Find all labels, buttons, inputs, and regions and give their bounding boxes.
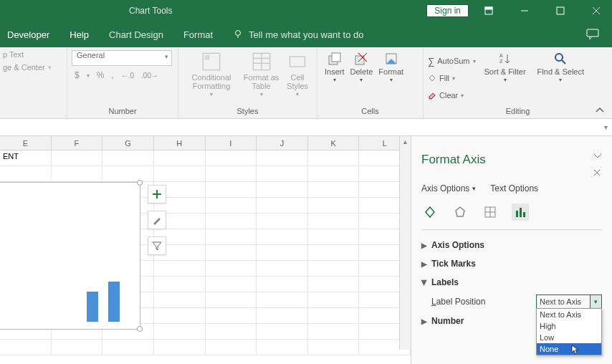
maximize-button[interactable] [545, 0, 576, 21]
cell[interactable] [102, 150, 154, 166]
decrease-decimal-button[interactable]: .00→ [141, 72, 158, 80]
cell[interactable] [206, 245, 257, 261]
cell[interactable] [257, 245, 308, 261]
cell[interactable] [308, 261, 360, 277]
expand-formula-bar-button[interactable]: ▾ [604, 123, 608, 131]
cell[interactable] [206, 182, 257, 198]
cell[interactable] [206, 340, 257, 355]
cell[interactable] [308, 150, 360, 166]
cell[interactable] [257, 182, 308, 198]
cell[interactable] [154, 292, 206, 308]
wrap-text-button[interactable]: p Text [3, 50, 24, 59]
find-select-button[interactable]: Find & Select ▾ [535, 50, 587, 84]
tab-format[interactable]: Format [173, 21, 223, 47]
cell[interactable] [257, 229, 308, 245]
sort-filter-button[interactable]: AZ Sort & Filter ▾ [482, 50, 529, 84]
column-header[interactable]: K [308, 136, 360, 150]
cell[interactable] [154, 261, 206, 277]
close-pane-button[interactable] [593, 169, 602, 176]
cell[interactable] [308, 229, 360, 245]
autosum-button[interactable]: ∑ AutoSum ▾ [428, 53, 476, 69]
chart-object[interactable] [0, 182, 140, 357]
cell[interactable] [257, 261, 308, 277]
conditional-formatting-button[interactable]: Conditional Formatting ▾ [183, 50, 240, 98]
cell[interactable] [308, 277, 360, 292]
section-tick-marks[interactable]: ▶ Tick Marks [421, 254, 602, 273]
ribbon-display-options-button[interactable] [473, 0, 505, 21]
section-axis-options[interactable]: ▶ Axis Options [421, 236, 602, 254]
format-button[interactable]: Format ▾ [376, 50, 406, 84]
cell[interactable] [206, 166, 257, 182]
column-header[interactable]: I [206, 136, 257, 150]
option-none[interactable]: None [537, 343, 601, 355]
pane-options-button[interactable] [593, 153, 602, 159]
chart-bar[interactable] [108, 282, 120, 322]
cell[interactable] [308, 214, 360, 229]
cell[interactable] [154, 150, 206, 166]
merge-center-button[interactable]: ge & Center ▾ [3, 63, 52, 72]
format-as-table-button[interactable]: Format as Table ▾ [240, 50, 282, 98]
cell[interactable] [308, 182, 360, 198]
close-button[interactable] [580, 0, 612, 21]
cell[interactable] [206, 261, 257, 277]
signin-button[interactable]: Sign in [426, 4, 469, 17]
grid-vertical-scrollbar[interactable]: ▲ [399, 136, 411, 350]
cell[interactable] [154, 340, 206, 355]
cell[interactable] [0, 166, 52, 182]
increase-decimal-button[interactable]: ←.0 [121, 72, 134, 80]
chart-filters-button[interactable] [148, 236, 166, 255]
cell[interactable] [52, 166, 103, 182]
cell[interactable] [308, 308, 360, 324]
insert-button[interactable]: Insert ▾ [322, 50, 348, 84]
cell[interactable] [154, 324, 206, 340]
tell-me-search[interactable]: Tell me what you want to do [223, 21, 373, 47]
cell[interactable] [308, 340, 360, 355]
cell[interactable] [206, 292, 257, 308]
comma-style-button[interactable]: , [111, 70, 113, 80]
cell[interactable] [257, 340, 308, 355]
chart-bar[interactable] [87, 292, 98, 322]
axis-options-icon[interactable] [512, 203, 529, 221]
cell[interactable] [257, 292, 308, 308]
column-header[interactable]: F [52, 136, 103, 150]
cell-styles-button[interactable]: Cell Styles ▾ [282, 50, 312, 98]
cell[interactable] [206, 150, 257, 166]
option-low[interactable]: Low [537, 332, 601, 343]
resize-handle-br[interactable] [137, 326, 143, 332]
cell[interactable] [52, 150, 103, 166]
cell[interactable] [257, 150, 308, 166]
cell[interactable] [206, 277, 257, 292]
option-next-to-axis[interactable]: Next to Axis [537, 309, 601, 320]
percent-style-button[interactable]: % [97, 70, 105, 80]
cell[interactable] [206, 308, 257, 324]
column-header[interactable]: G [102, 136, 154, 150]
chart-styles-button[interactable] [148, 211, 166, 229]
delete-button[interactable]: Delete ▾ [348, 50, 376, 84]
cell[interactable] [206, 229, 257, 245]
column-header[interactable]: E [0, 136, 52, 150]
label-position-combo[interactable]: Next to Axis ▾ [536, 294, 602, 309]
cell[interactable] [308, 324, 360, 340]
tab-text-options[interactable]: Text Options [490, 183, 538, 193]
cell[interactable] [257, 166, 308, 182]
cell[interactable] [308, 198, 360, 214]
clear-button[interactable]: Clear ▾ [428, 87, 476, 103]
effects-icon[interactable] [451, 203, 469, 221]
tab-developer[interactable]: Developer [0, 21, 59, 47]
size-properties-icon[interactable] [482, 203, 499, 221]
section-labels[interactable]: ▶ Labels [421, 273, 602, 292]
tab-axis-options[interactable]: Axis Options ▾ [421, 183, 476, 193]
number-format-select[interactable]: General ▾ [72, 50, 172, 66]
comments-icon[interactable] [586, 29, 599, 40]
option-high[interactable]: High [537, 320, 601, 332]
cell[interactable] [154, 166, 206, 182]
cell[interactable] [308, 245, 360, 261]
cell[interactable] [257, 277, 308, 292]
cell[interactable] [102, 166, 154, 182]
cell[interactable] [257, 308, 308, 324]
cell[interactable] [308, 292, 360, 308]
accounting-format-button[interactable]: $ [75, 70, 80, 80]
scroll-up-button[interactable]: ▲ [400, 136, 411, 148]
cell[interactable] [206, 198, 257, 214]
collapse-ribbon-button[interactable] [595, 107, 605, 114]
